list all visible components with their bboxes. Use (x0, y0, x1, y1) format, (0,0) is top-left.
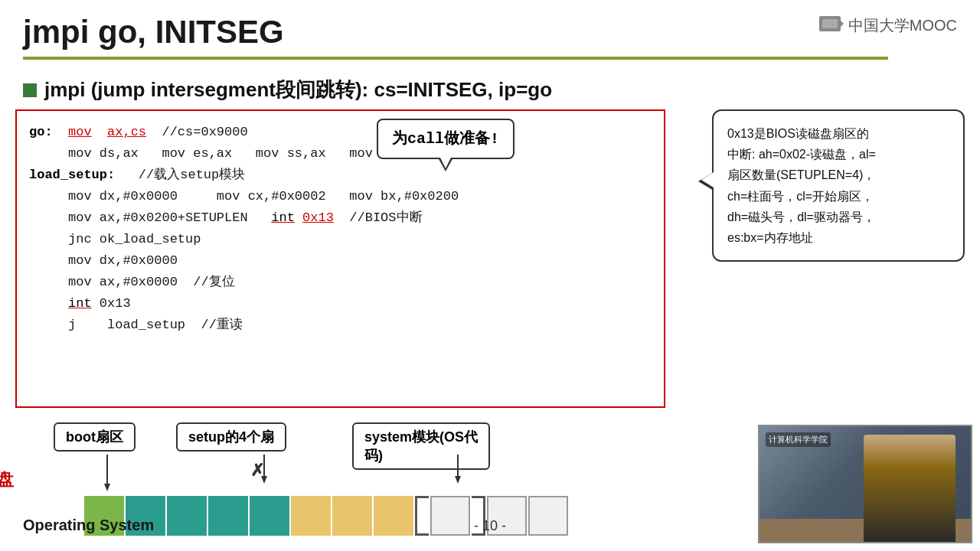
mooc-logo: 中国大学MOOC (819, 15, 957, 36)
call-bubble-text: 为call做准备! (392, 130, 499, 148)
code-line-1: go: mov ax,cs //cs=0x9000 (29, 122, 652, 143)
code-line-3: load_setup: //载入setup模块 (29, 165, 652, 186)
sector-sys-2 (332, 496, 372, 536)
os-label: Operating System (23, 517, 154, 534)
sector-setup-2 (167, 496, 207, 536)
qidong-label: 启动盘 (0, 468, 14, 491)
svg-marker-2 (841, 21, 844, 27)
code-line-8: mov ax,#0x0000 //复位 (29, 272, 652, 293)
video-person (864, 435, 956, 542)
video-thumbnail: 计算机科学学院 (758, 425, 972, 543)
header: jmpi go, INITSEG 中国大学MOOC (0, 0, 980, 67)
green-square-icon (23, 83, 37, 97)
main-content: 为call做准备! go: mov ax,cs //cs=0x9000 mov … (0, 109, 980, 408)
sector-empty-3 (528, 496, 568, 536)
code-line-9: int 0x13 (29, 293, 652, 315)
bracket-left (415, 496, 429, 536)
sector-empty-1 (430, 496, 470, 536)
page-number: - 10 - (474, 518, 506, 534)
mooc-logo-text: 中国大学MOOC (848, 15, 957, 36)
sector-sys-1 (291, 496, 331, 536)
code-line-2: mov ds,ax mov es,ax mov ss,ax mov sp,#0x… (29, 143, 652, 165)
page-title: jmpi go, INITSEG (23, 14, 957, 51)
label-system: system模块(OS代码) (352, 422, 490, 470)
code-line-4: mov dx,#0x0000 mov cx,#0x0002 mov bx,#0x… (29, 186, 652, 207)
label-boot: boot扇区 (54, 422, 136, 452)
call-bubble-tail-inner (439, 156, 452, 168)
mooc-logo-icon (819, 16, 844, 36)
code-box: 为call做准备! go: mov ax,cs //cs=0x9000 mov … (15, 109, 665, 408)
sector-setup-3 (208, 496, 248, 536)
call-bubble: 为call做准备! (377, 119, 514, 159)
svg-marker-6 (261, 476, 267, 484)
code-line-6: jnc ok_load_setup (29, 229, 652, 250)
info-bubble: 0x13是BIOS读磁盘扇区的 中断: ah=0x02-读磁盘，al= 扇区数量… (712, 109, 965, 262)
subtitle-text: jmpi (jump intersegment段间跳转): cs=INITSEG… (44, 77, 552, 103)
header-divider (23, 57, 888, 60)
disk-track (84, 496, 651, 536)
video-bg: 计算机科学学院 (760, 426, 971, 542)
svg-text:✗: ✗ (250, 461, 264, 480)
sector-sys-3 (374, 496, 413, 536)
info-bubble-tail-inner (701, 172, 714, 187)
code-line-7: mov dx,#0x0000 (29, 250, 652, 272)
info-bubble-text: 0x13是BIOS读磁盘扇区的 中断: ah=0x02-读磁盘，al= 扇区数量… (727, 127, 876, 244)
subtitle-row: jmpi (jump intersegment段间跳转): cs=INITSEG… (0, 67, 980, 109)
code-line-5: mov ax,#0x0200+SETUPLEN int 0x13 //BIOS中… (29, 207, 652, 229)
svg-marker-4 (104, 484, 110, 491)
disk-labels: boot扇区 setup的4个扇 system模块(OS代码) ✗ (23, 422, 651, 456)
sector-setup-4 (250, 496, 289, 536)
code-line-10: j load_setup //重读 (29, 315, 652, 336)
label-setup: setup的4个扇 (176, 422, 286, 452)
svg-rect-1 (822, 19, 838, 28)
video-overlay-text: 计算机科学学院 (766, 432, 831, 447)
svg-marker-8 (455, 476, 461, 484)
